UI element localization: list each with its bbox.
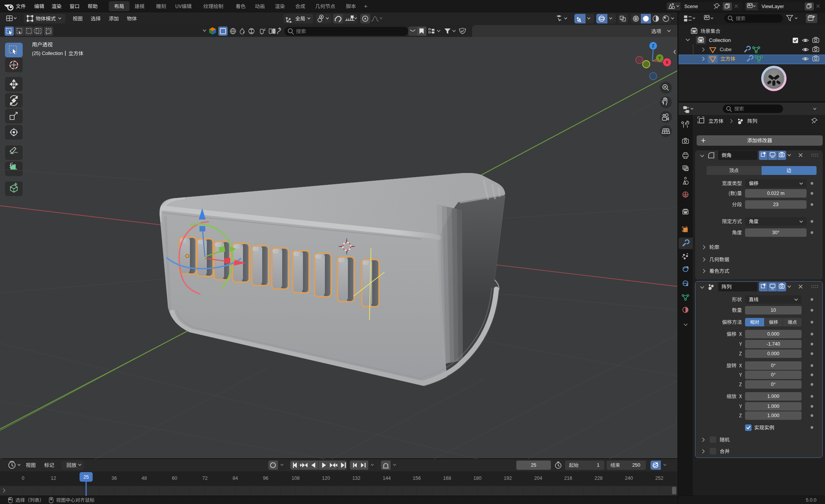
svg-text:Y: Y	[658, 56, 661, 60]
svg-text:36: 36	[111, 476, 117, 481]
svg-text:132: 132	[353, 476, 361, 481]
svg-text:168: 168	[443, 476, 451, 481]
svg-text:0: 0	[22, 476, 25, 481]
svg-text:48: 48	[141, 476, 147, 481]
svg-text:X: X	[665, 60, 669, 65]
svg-text:228: 228	[595, 476, 603, 481]
svg-text:72: 72	[202, 476, 208, 481]
svg-text:60: 60	[172, 476, 177, 481]
svg-text:204: 204	[534, 476, 542, 481]
svg-text:12: 12	[51, 476, 56, 481]
svg-text:84: 84	[233, 476, 238, 481]
svg-text:252: 252	[655, 476, 664, 481]
svg-text:192: 192	[504, 476, 512, 481]
svg-text:108: 108	[292, 476, 300, 481]
svg-text:Z: Z	[652, 43, 655, 48]
svg-text:120: 120	[322, 476, 330, 481]
svg-text:96: 96	[263, 476, 268, 481]
svg-text:25: 25	[83, 474, 89, 480]
svg-text:216: 216	[564, 476, 572, 481]
svg-text:180: 180	[474, 476, 482, 481]
svg-text:156: 156	[413, 476, 421, 481]
svg-text:144: 144	[383, 476, 391, 481]
svg-text:240: 240	[625, 476, 633, 481]
